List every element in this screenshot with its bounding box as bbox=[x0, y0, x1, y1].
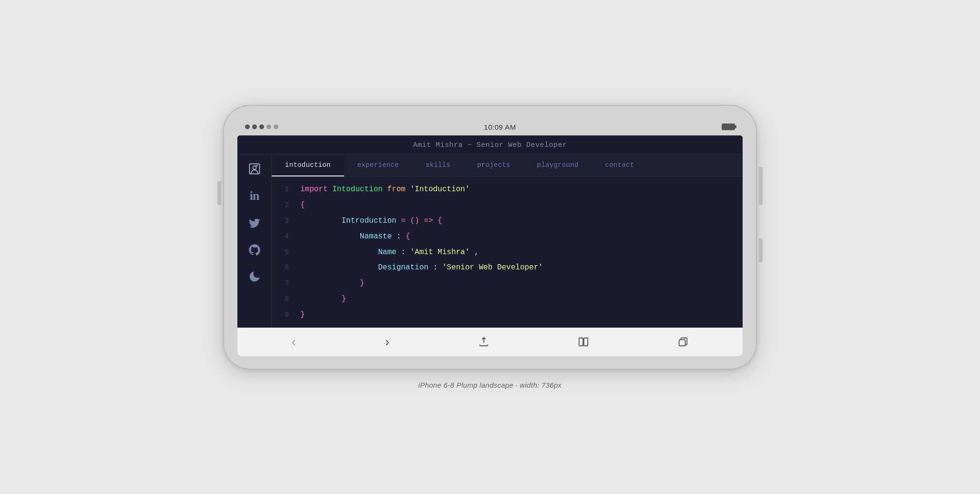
forward-button[interactable]: › bbox=[381, 330, 393, 353]
line-content-7: } bbox=[300, 277, 743, 290]
code-line-4: 4 Namaste : { bbox=[272, 229, 743, 245]
battery-indicator bbox=[722, 124, 735, 130]
tab-intoduction[interactable]: intoduction bbox=[272, 154, 344, 176]
tab-playground[interactable]: playground bbox=[524, 154, 592, 176]
line-num-4: 4 bbox=[272, 231, 300, 243]
main-content: in bbox=[237, 154, 743, 327]
brace-close-7: } bbox=[360, 279, 365, 288]
line-num-3: 3 bbox=[272, 215, 300, 227]
dot-5 bbox=[274, 124, 278, 129]
status-time: 10:09 AM bbox=[484, 123, 516, 131]
code-line-2: 2 { bbox=[272, 197, 743, 213]
brace-open-2: { bbox=[300, 201, 305, 209]
kw-varname-3: Introduction bbox=[341, 216, 396, 225]
kw-prop-designation: Designation bbox=[378, 263, 429, 272]
code-editor: 1 import Intoduction from 'Intoduction' bbox=[272, 177, 743, 327]
line-content-6: Designation : 'Senior Web Developer' bbox=[300, 261, 743, 275]
tab-skills[interactable]: skills bbox=[412, 154, 464, 176]
camera-button-area bbox=[759, 238, 763, 262]
colon-4: : bbox=[397, 232, 401, 241]
status-bar: 10:09 AM bbox=[237, 118, 743, 135]
colon-6: : bbox=[433, 263, 438, 272]
kw-value-designation: 'Senior Web Developer' bbox=[442, 263, 543, 272]
linkedin-label: in bbox=[250, 189, 259, 203]
kw-value-name: 'Amit Mishra' bbox=[410, 248, 470, 257]
line-num-7: 7 bbox=[272, 278, 300, 289]
reader-button[interactable] bbox=[574, 333, 592, 351]
title-text: Amit Mishra ~ Senior Web Developer bbox=[413, 141, 567, 149]
line-num-9: 9 bbox=[272, 309, 300, 321]
kw-import-1: import bbox=[300, 185, 328, 194]
share-button[interactable] bbox=[475, 333, 493, 351]
signal-dots bbox=[245, 124, 278, 129]
tabs-button[interactable] bbox=[674, 333, 692, 351]
tab-experience[interactable]: experience bbox=[344, 154, 412, 176]
twitter-icon[interactable] bbox=[248, 216, 261, 230]
device-wrapper: 10:09 AM Amit Mishra ~ Senior Web Develo… bbox=[223, 105, 757, 389]
line-content-5: Name : 'Amit Mishra' , bbox=[300, 246, 743, 259]
line-num-8: 8 bbox=[272, 293, 300, 305]
kw-component-1: Intoduction bbox=[332, 185, 383, 194]
title-bar: Amit Mishra ~ Senior Web Developer bbox=[237, 135, 743, 154]
code-line-1: 1 import Intoduction from 'Intoduction' bbox=[272, 182, 743, 197]
nav-tabs: intoduction experience skills projects p… bbox=[272, 154, 743, 177]
moon-icon[interactable] bbox=[248, 270, 261, 283]
brace-close-8: } bbox=[341, 295, 346, 303]
line-content-1: import Intoduction from 'Intoduction' bbox=[300, 183, 743, 196]
brace-open-4: { bbox=[406, 232, 410, 241]
linkedin-icon[interactable]: in bbox=[250, 189, 259, 203]
line-num-1: 1 bbox=[272, 184, 300, 196]
battery-icon bbox=[722, 124, 735, 130]
code-line-7: 7 } bbox=[272, 276, 743, 291]
tab-contact[interactable]: contact bbox=[592, 154, 648, 176]
profile-icon[interactable] bbox=[248, 162, 261, 175]
line-num-2: 2 bbox=[272, 199, 300, 211]
browser-bottom-bar: ‹ › bbox=[237, 328, 743, 356]
kw-from-1: from bbox=[387, 185, 405, 194]
github-icon[interactable] bbox=[248, 243, 261, 257]
device-caption: iPhone 6-8 Plump landscape · width: 736p… bbox=[419, 381, 562, 389]
kw-prop-namaste: Namaste bbox=[360, 232, 392, 241]
line-content-4: Namaste : { bbox=[300, 230, 743, 244]
line-content-8: } bbox=[300, 292, 743, 306]
back-button[interactable]: ‹ bbox=[288, 330, 300, 353]
dot-3 bbox=[259, 124, 264, 129]
dot-4 bbox=[266, 124, 271, 129]
code-line-8: 8 } bbox=[272, 291, 743, 307]
svg-rect-2 bbox=[579, 338, 583, 346]
svg-rect-4 bbox=[679, 340, 685, 346]
kw-parens-3: () bbox=[410, 216, 419, 225]
code-line-3: 3 Introduction = () => bbox=[272, 213, 743, 229]
kw-arrow-3: => bbox=[424, 216, 433, 225]
kw-prop-name: Name bbox=[378, 248, 396, 257]
line-content-9: } bbox=[300, 308, 743, 322]
code-line-9: 9 } bbox=[272, 307, 743, 323]
colon-5: : bbox=[401, 248, 406, 257]
line-num-5: 5 bbox=[272, 247, 300, 258]
svg-rect-3 bbox=[584, 338, 588, 346]
brace-close-9: } bbox=[300, 310, 305, 319]
dot-1 bbox=[245, 124, 250, 129]
power-button[interactable] bbox=[759, 167, 763, 205]
line-num-6: 6 bbox=[272, 262, 300, 274]
code-line-6: 6 Designation : 'Senior Web Developer' bbox=[272, 260, 743, 276]
phone-frame: 10:09 AM Amit Mishra ~ Senior Web Develo… bbox=[223, 105, 757, 369]
volume-button[interactable] bbox=[217, 181, 221, 205]
line-content-2: { bbox=[300, 198, 743, 212]
line-content-3: Introduction = () => { bbox=[300, 214, 743, 228]
tab-projects[interactable]: projects bbox=[464, 154, 524, 176]
kw-equals-3: = bbox=[401, 216, 406, 225]
code-line-5: 5 Name : 'Amit Mishra' , bbox=[272, 245, 743, 260]
brace-open-3: { bbox=[438, 216, 442, 225]
kw-string-1: 'Intoduction' bbox=[410, 185, 470, 194]
dot-2 bbox=[252, 124, 257, 129]
content-area: intoduction experience skills projects p… bbox=[272, 154, 743, 327]
screen: Amit Mishra ~ Senior Web Developer bbox=[237, 135, 743, 356]
sidebar: in bbox=[237, 154, 272, 327]
